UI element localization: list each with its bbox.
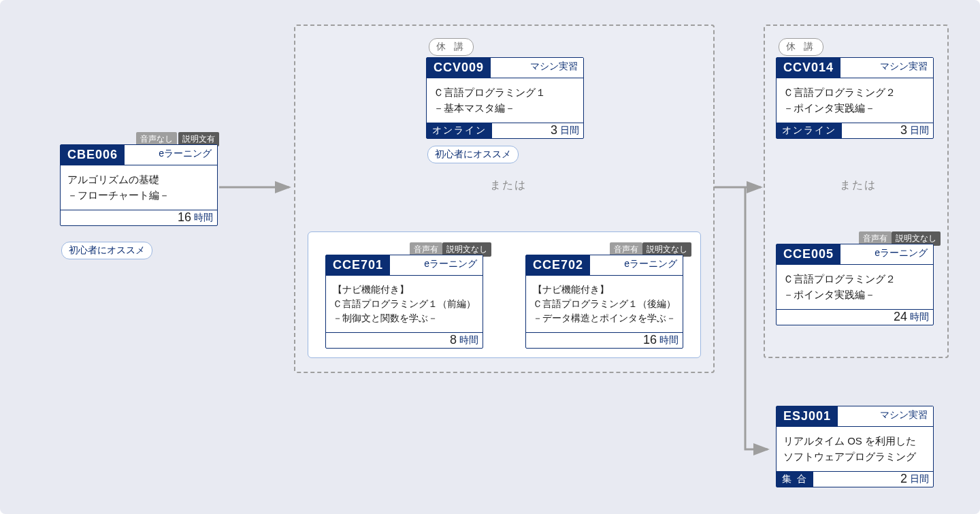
- course-duration-unit: 日間: [560, 123, 583, 138]
- course-title: Ｃ言語プログラミング２ －ポインタ実践編－: [777, 78, 933, 123]
- course-card-cce701[interactable]: CCE701 eラーニング 【ナビ機能付き】 Ｃ言語プログラミング１（前編） －…: [325, 255, 483, 349]
- course-duration-num: 16: [178, 210, 194, 225]
- course-code: CCV009: [427, 58, 491, 78]
- course-title: Ｃ言語プログラミング１ －基本マスタ編－: [427, 78, 583, 123]
- cancelled-tag: 休 講: [779, 38, 823, 56]
- course-duration-num: 3: [551, 123, 560, 138]
- course-duration-num: 24: [894, 310, 910, 325]
- course-card-ccv014[interactable]: CCV014 マシン実習 Ｃ言語プログラミング２ －ポインタ実践編－ オンライン…: [776, 57, 934, 139]
- course-duration-num: 8: [450, 333, 459, 348]
- recommended-tag: 初心者にオススメ: [427, 146, 519, 163]
- course-duration-num: 3: [900, 123, 910, 138]
- course-card-ccv009[interactable]: CCV009 マシン実習 Ｃ言語プログラミング１ －基本マスタ編－ オンライン …: [426, 57, 584, 139]
- course-code: CBE006: [61, 145, 125, 165]
- course-code: CCE702: [526, 255, 590, 275]
- course-code: CCV014: [777, 58, 840, 78]
- course-card-cce702[interactable]: CCE702 eラーニング 【ナビ機能付き】 Ｃ言語プログラミング１（後編） －…: [525, 255, 683, 349]
- course-title: リアルタイム OS を利用した ソフトウェアプログラミング: [777, 427, 933, 471]
- course-type: マシン実習: [838, 406, 933, 426]
- course-duration-unit: 時間: [659, 333, 683, 348]
- course-title: 【ナビ機能付き】 Ｃ言語プログラミング１（前編） －制御文と関数を学ぶ－: [326, 276, 483, 332]
- recommended-tag: 初心者にオススメ: [61, 242, 152, 259]
- course-card-cbe006[interactable]: CBE006 eラーニング アルゴリズムの基礎 －フローチャート編－ 16 時間: [60, 144, 218, 226]
- course-duration-unit: 時間: [194, 210, 217, 225]
- course-type: マシン実習: [491, 58, 583, 78]
- course-code: ESJ001: [777, 406, 838, 426]
- course-type: eラーニング: [125, 145, 217, 165]
- course-duration-num: 16: [643, 333, 659, 348]
- course-duration-unit: 日間: [910, 123, 933, 138]
- course-duration-unit: 時間: [459, 333, 483, 348]
- course-code: CCE005: [777, 244, 840, 264]
- course-duration-num: 2: [900, 472, 910, 487]
- course-mode: オンライン: [427, 123, 492, 138]
- course-title: アルゴリズムの基礎 －フローチャート編－: [61, 165, 217, 210]
- or-label: または: [840, 178, 877, 193]
- or-label: または: [490, 178, 527, 193]
- course-flow-diagram: 音声なし 説明文有 CBE006 eラーニング アルゴリズムの基礎 －フローチャ…: [0, 0, 980, 514]
- course-mode: オンライン: [777, 123, 842, 138]
- course-type: eラーニング: [590, 255, 683, 275]
- course-card-esj001[interactable]: ESJ001 マシン実習 リアルタイム OS を利用した ソフトウェアプログラミ…: [776, 406, 934, 487]
- course-duration-unit: 時間: [910, 310, 933, 325]
- course-type: eラーニング: [390, 255, 483, 275]
- course-card-cce005[interactable]: CCE005 eラーニング Ｃ言語プログラミング２ －ポインタ実践編－ 24 時…: [776, 244, 934, 325]
- cancelled-tag: 休 講: [429, 38, 474, 56]
- course-mode: 集 合: [777, 472, 813, 487]
- course-duration-unit: 日間: [910, 472, 933, 487]
- course-title: Ｃ言語プログラミング２ －ポインタ実践編－: [777, 265, 933, 309]
- course-title: 【ナビ機能付き】 Ｃ言語プログラミング１（後編） －データ構造とポインタを学ぶ－: [526, 276, 683, 332]
- course-type: マシン実習: [840, 58, 933, 78]
- course-type: eラーニング: [840, 244, 933, 264]
- course-code: CCE701: [326, 255, 390, 275]
